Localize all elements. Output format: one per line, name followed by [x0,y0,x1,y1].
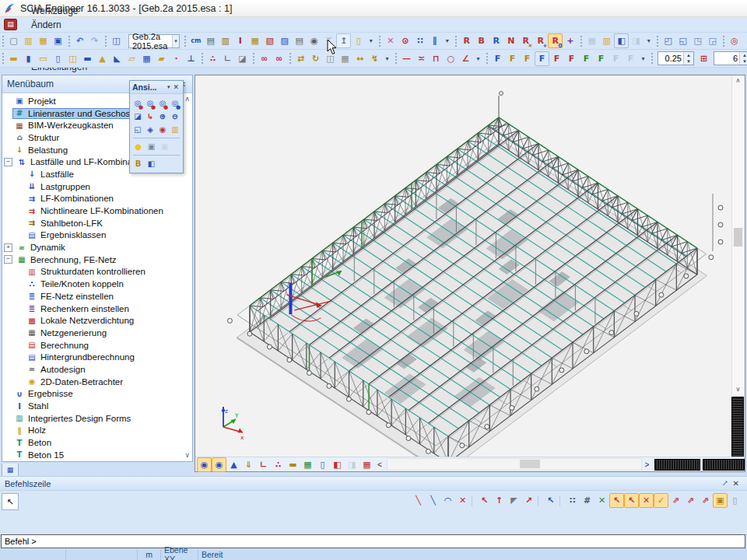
spin-down-icon[interactable]: ▼ [740,58,747,65]
tree-item-integriertes-design-forms[interactable]: ▥Integriertes Design Forms [2,412,192,425]
mirror-icon[interactable]: ◫ [323,51,338,66]
section-f4-icon[interactable]: F [535,51,549,66]
selection-b-icon[interactable]: B [474,33,489,48]
fly-through-icon[interactable]: » [742,33,747,48]
member-beam-icon[interactable]: ▬ [6,51,21,66]
rotate-bar-vertical[interactable] [731,397,744,458]
member-axes-icon[interactable]: ∥ [427,33,442,48]
snap-arc-icon[interactable]: ◠ [440,493,455,508]
scale-icon[interactable]: ↔ [352,51,367,66]
mesh-display-icon[interactable]: ▦ [300,457,315,472]
tree-item-ergebnisse[interactable]: ∪Ergebnisse [2,388,192,401]
snap-last-icon[interactable]: ▯ [728,493,742,508]
snap-intersections-icon[interactable]: ✕ [639,493,654,508]
member-catalog-icon[interactable]: ▰ [154,51,169,66]
spin-up-icon[interactable]: ▲ [740,52,747,58]
move-copy-icon[interactable]: ⇄ [293,51,308,66]
snap-dot-grid-icon[interactable]: ▣ [713,493,728,508]
section-f6-icon[interactable]: F [564,51,579,66]
cursor-point-icon[interactable]: ↖ [477,493,492,508]
views-folder-icon[interactable]: ▥ [169,123,181,136]
member-load-panel-icon[interactable]: ▦ [139,51,154,66]
camera-recall-icon[interactable]: ▣ [158,140,171,153]
units-cm-icon[interactable]: cm [188,33,203,48]
window-view-2-icon[interactable]: ◨ [345,457,359,472]
member-column-icon[interactable]: ▮ [21,51,36,66]
member-haunch-icon[interactable]: ◣ [110,51,124,66]
view-goggles-wire-icon[interactable]: ◉ [197,457,212,472]
clean-tool-icon[interactable]: ✕ [383,33,398,48]
cursor-flag-icon[interactable]: ◤ [507,493,521,508]
member-opening-icon[interactable]: ◫ [65,51,80,66]
node-tools-icon[interactable]: ∴ [205,51,220,66]
print-preview-icon[interactable]: ◉ [307,33,321,48]
libraries-icon[interactable]: ▤ [203,33,218,48]
window-layout-icon[interactable]: ◫ [109,33,124,48]
project-file-combo[interactable]: Geb.2a 2015.esa ▾ [128,34,180,48]
document-open-icon[interactable]: ▯ [351,33,366,48]
overflow-draw-icon[interactable]: ▾ [473,51,483,66]
undo-icon[interactable]: ↶ [72,33,87,48]
window-view-1-icon[interactable]: ◧ [330,457,345,472]
view-direction-icon[interactable]: ▲ [226,457,241,472]
member-params-icon[interactable]: ▬ [286,457,300,472]
blocks-icon[interactable]: ▦ [247,33,262,48]
section-f5-icon[interactable]: F [549,51,564,66]
section-cut-icon[interactable]: ◪ [235,51,250,66]
section-f10-icon[interactable]: F [623,51,638,66]
disconnect-members-icon[interactable]: ∞ [272,51,286,66]
tree-item-netzgenerierung[interactable]: ▦Netzgenerierung [2,327,192,339]
tree-item-lastgruppen[interactable]: ⇊Lastgruppen [2,180,192,193]
tree-item-holz[interactable]: ∥Holz [2,425,192,437]
overflow-file-icon[interactable]: ▾ [366,33,376,48]
overflow-calc-icon[interactable]: ▾ [644,33,654,48]
view-y-icon[interactable]: ◎● [144,96,156,110]
view-settings-icon[interactable]: ◧ [145,157,158,170]
cursor-vertex-icon[interactable]: ↑ [492,493,507,508]
count-spinbox[interactable]: 6 ▲▼ [714,51,747,65]
open-results-icon[interactable]: ▥ [599,33,614,48]
viewport-vscrollbar[interactable]: ∧ ∨ [731,75,745,395]
vscroll-thumb[interactable] [734,228,742,247]
connect-members-icon[interactable]: ∞ [257,51,272,66]
tree-item-berechnung[interactable]: ▤Berechnung [2,339,192,352]
member-wall-icon[interactable]: ▯ [51,51,65,66]
snap-ortho-icon[interactable]: ✓ [654,493,668,508]
tree-item-stahl[interactable]: IStahl [2,400,192,412]
section-f1-icon[interactable]: F [490,51,505,66]
section-f9-icon[interactable]: F [608,51,623,66]
zoom-selection-icon[interactable]: ◉ [156,123,169,136]
command-input[interactable]: Befehl > [1,534,745,548]
tree-item-beton-15[interactable]: TBeton 15 [2,449,192,461]
snap-green-icon[interactable]: ✕ [594,493,609,508]
spin-down-icon[interactable]: ▼ [684,58,693,65]
zoom-all-icon[interactable]: ◈ [144,123,156,136]
select-cursor-icon[interactable]: ↖ [543,493,558,508]
materials-icon[interactable]: ▥ [218,33,233,48]
collapse-icon[interactable]: − [4,158,12,166]
viewport-3d[interactable]: zYx ∧ ∨ ◉◉▲⇓∟∴▬▦▯◧◨▦ < > [195,75,745,472]
selection-named-icon[interactable]: N [503,33,518,48]
snap-grid-dots-icon[interactable]: ∷ [565,493,580,508]
snap-midpoints-icon[interactable]: ↖ [624,493,639,508]
clipping-box-icon[interactable]: B [132,157,145,170]
grid-view-icon[interactable]: ▦ [359,457,374,472]
palette-header[interactable]: Ansi... ▾ ✕ [130,81,183,94]
tree-item-dynamik[interactable]: +≈Dynamik [2,241,192,254]
menu--ndern[interactable]: Ändern [23,18,95,32]
snap-endpoints-icon[interactable]: ↖ [609,493,624,508]
member-arbitrary-icon[interactable]: ▱ [124,51,139,66]
tree-item-lokale-netzverdichtung[interactable]: ▩Lokale Netzverdichtung [2,314,192,327]
selection-zero-icon[interactable]: R0 [548,33,563,48]
scroll-left-icon[interactable]: < [374,460,385,469]
section-f2-icon[interactable]: F [505,51,520,66]
scroll-up-icon[interactable]: ∧ [732,75,744,86]
engineering-report-2-icon[interactable]: ◨ [629,33,644,48]
draw-circle-icon[interactable]: ○ [444,51,458,66]
pointer-mode-button[interactable]: ↖ [2,493,19,510]
gallery-open-icon[interactable]: ◲ [705,33,720,48]
overflow-sections-icon[interactable]: ▾ [638,51,648,66]
save-all-icon[interactable]: ▦ [36,33,51,48]
new-document-icon[interactable]: ▢ [6,33,21,48]
calculator-icon[interactable]: ▦ [584,33,599,48]
